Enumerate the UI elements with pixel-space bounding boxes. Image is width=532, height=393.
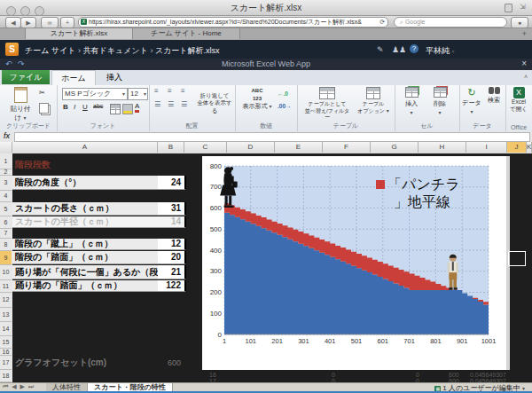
browser-tab-active[interactable]: スカート解析.xlsx xyxy=(25,28,133,39)
cell-value[interactable]: 24 xyxy=(158,176,186,190)
url-field[interactable]: Xhttps://hirax.sharepoint.com/_layouts/x… xyxy=(78,17,388,28)
formula-input[interactable] xyxy=(14,132,530,142)
column-header-K[interactable]: K xyxy=(527,142,532,153)
strikethrough-button[interactable]: abc xyxy=(93,103,103,109)
increase-decimal-icon[interactable]: ←.0 xyxy=(278,90,288,97)
borders-button[interactable] xyxy=(110,104,121,114)
wrap-text-button[interactable]: 折り返して全体を表示する xyxy=(195,92,234,114)
column-header-C[interactable]: C xyxy=(184,142,227,153)
back-button[interactable]: ◀ xyxy=(5,17,21,28)
paste-button[interactable]: 貼り付け ▾ xyxy=(7,87,34,122)
align-top-icon[interactable]: ≡ xyxy=(154,87,159,95)
column-header-J[interactable]: J xyxy=(507,142,527,153)
close-icon[interactable]: × xyxy=(521,59,527,68)
align-left-icon[interactable]: ☰ xyxy=(154,100,160,108)
row-header-7[interactable]: 7 xyxy=(0,229,12,239)
italic-button[interactable]: I xyxy=(74,103,75,111)
cell-value[interactable]: 31 xyxy=(158,202,186,216)
people-icon[interactable]: ♟♟ xyxy=(392,45,406,54)
row-header-8[interactable]: 8 xyxy=(0,239,12,251)
cell-value[interactable]: 14 xyxy=(158,216,186,228)
align-middle-icon[interactable]: ≡ xyxy=(168,87,172,95)
reload-icon[interactable]: ⟳ xyxy=(379,18,385,27)
underline-button[interactable]: U xyxy=(82,103,88,111)
tab-home[interactable]: ホーム xyxy=(51,70,96,85)
align-center-icon[interactable]: ☰ xyxy=(168,100,174,108)
row-header-9[interactable]: 9 xyxy=(0,251,12,265)
collapse-ribbon-icon[interactable]: ˄ xyxy=(524,74,528,80)
browser-tab-inactive[interactable]: チーム サイト - Home xyxy=(132,28,240,39)
cell-label[interactable]: 階段の角度（°） xyxy=(12,176,158,190)
row-header-17[interactable]: 17 xyxy=(0,356,12,370)
user-menu[interactable]: 平林純 ▾ xyxy=(426,45,455,57)
column-header-corner[interactable] xyxy=(0,142,12,153)
tab-insert[interactable]: 挿入 xyxy=(96,70,133,84)
cell-label[interactable]: 踊り場の「踏面」（ｃｍ） xyxy=(12,280,158,292)
table-options-button[interactable]: テーブルオプション ▾ xyxy=(356,87,391,114)
row-header-15[interactable]: 15 xyxy=(0,336,12,349)
tab-file[interactable]: ファイル xyxy=(2,70,50,84)
row-header-13[interactable]: 13 xyxy=(0,308,12,322)
expand-icon[interactable]: ⇲ xyxy=(520,3,526,11)
row-header-4[interactable]: 4 xyxy=(0,191,12,202)
cell-label[interactable]: スカートの半径（ｃｍ） xyxy=(12,216,158,228)
row-header-5[interactable]: 5 xyxy=(0,202,12,216)
refresh-data-button[interactable]: ↻ データ▾ xyxy=(462,87,481,115)
sharepoint-logo[interactable]: S xyxy=(5,43,19,56)
reader-icon[interactable]: ∞ xyxy=(41,17,59,28)
row-header-16[interactable]: 16 xyxy=(0,349,12,356)
cell-label[interactable]: スカートの長さ（ｃｍ） xyxy=(12,202,158,216)
help-icon[interactable]: ? xyxy=(410,44,419,53)
row-header-2[interactable]: 2 xyxy=(0,169,12,176)
cell-label[interactable]: 階段の「蹴上」（ｃｍ） xyxy=(12,239,158,250)
column-header-D[interactable]: D xyxy=(227,142,275,153)
align-right-icon[interactable]: ☰ xyxy=(181,100,187,108)
column-header-G[interactable]: G xyxy=(371,142,419,153)
cell-label[interactable]: 階段の「踏面」（ｃｍ） xyxy=(12,251,158,264)
decrease-decimal-icon[interactable]: .00→ xyxy=(278,103,292,109)
sheet-grid[interactable]: 0100200300400500600700800110120130140150… xyxy=(12,153,532,382)
insert-cells-button[interactable]: 挿入▾ xyxy=(400,87,423,116)
column-header-I[interactable]: I xyxy=(466,142,507,153)
search-input[interactable]: ⌕ Google xyxy=(394,17,507,28)
column-header-F[interactable]: F xyxy=(323,142,371,153)
sort-filter-table-button[interactable]: テーブルとして並べ替え/フィルター xyxy=(302,87,352,122)
breadcrumb-site[interactable]: チーム サイト xyxy=(25,46,76,55)
fill-color-button[interactable] xyxy=(122,104,133,114)
row-header-3[interactable]: 3 xyxy=(0,176,12,191)
cell-value[interactable]: 20 xyxy=(158,251,186,264)
bold-button[interactable]: B xyxy=(63,103,68,111)
chart-object[interactable]: 0100200300400500600700800110120130140150… xyxy=(202,156,506,370)
font-size-select[interactable]: 12 ▾ xyxy=(128,88,148,100)
column-header-H[interactable]: H xyxy=(419,142,466,153)
copy-icon[interactable] xyxy=(39,103,49,114)
row-header-6[interactable]: 6 xyxy=(0,216,12,229)
column-header-B[interactable]: B xyxy=(158,142,184,153)
delete-cells-button[interactable]: 削除▾ xyxy=(428,87,451,116)
open-in-excel-button[interactable]: X Excelで開く xyxy=(507,87,530,113)
number-format-button[interactable]: ABC123 表示形式 ▾ xyxy=(242,87,272,110)
cut-icon[interactable]: ✂ xyxy=(39,89,45,97)
new-tab-icon[interactable]: + xyxy=(522,29,527,38)
cell-value[interactable]: 21 xyxy=(158,265,186,279)
selected-cell-outline[interactable] xyxy=(508,251,526,266)
row-header-10[interactable]: 10 xyxy=(0,265,12,280)
cell-label[interactable]: 踊り場が「何段に一個」あるか（段） xyxy=(12,265,158,279)
column-header-A[interactable]: A xyxy=(12,142,158,153)
tag-icon[interactable]: ✎ xyxy=(377,45,384,54)
new-tab-button[interactable]: + xyxy=(60,17,74,28)
font-name-select[interactable]: MS Pゴシック ▾ xyxy=(62,88,128,100)
sheet-tab-2[interactable]: スカート・階段の特性 xyxy=(88,383,173,391)
sheet-tab-1[interactable]: 人体特性 xyxy=(46,383,88,391)
row-header-11[interactable]: 11 xyxy=(0,280,12,293)
font-color-button[interactable]: A xyxy=(135,102,139,113)
overflow-button[interactable]: ● xyxy=(511,17,528,28)
row-header-18[interactable]: 18 xyxy=(0,370,12,382)
cell-value[interactable]: 122 xyxy=(158,280,186,292)
column-header-E[interactable]: E xyxy=(275,142,323,153)
row-header-1[interactable]: 1 xyxy=(0,153,12,169)
forward-button[interactable]: ▶ xyxy=(20,17,36,28)
row-header-14[interactable]: 14 xyxy=(0,322,12,336)
sheet-nav-buttons[interactable]: ⏮ ◀ ▶ ⏭ xyxy=(3,383,35,390)
cell-value[interactable]: 12 xyxy=(158,239,186,250)
